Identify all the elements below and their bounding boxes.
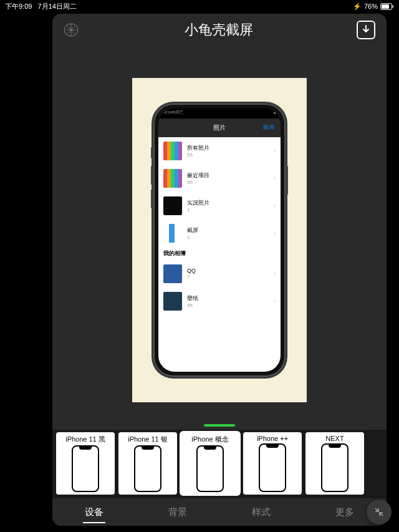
app-card: 小龟壳截屏 7时14分同三◼ 照片 取消	[52, 14, 387, 526]
battery-percent: 76%	[364, 2, 378, 10]
bottom-tabs: 设备 背景 样式 更多	[52, 498, 387, 526]
tab-background[interactable]: 背景	[136, 498, 219, 526]
style-item-next[interactable]: NEXT	[305, 432, 364, 495]
battery-icon	[380, 3, 394, 10]
status-date: 7月14日周二	[38, 2, 77, 10]
turtle-icon[interactable]	[61, 20, 81, 40]
album-section: 我的相簿	[158, 247, 281, 260]
preview-area: 7时14分同三◼ 照片 取消 所有照片55 ›	[52, 46, 387, 423]
style-picker[interactable]: iPhone 11 黑 iPhone 11 银 iPhone 概念 iPhone…	[52, 430, 387, 498]
album-row: 所有照片55 ›	[158, 137, 281, 165]
charging-icon: ⚡	[353, 2, 362, 11]
style-item-iphone11-black[interactable]: iPhone 11 黑	[56, 432, 115, 495]
progress-indicator	[52, 423, 387, 427]
tab-style[interactable]: 样式	[219, 498, 303, 526]
collapse-button[interactable]	[367, 500, 392, 525]
album-row: QQ7 ›	[158, 260, 281, 288]
phone-notch	[188, 109, 251, 118]
status-bar: 下午9:09 7月14日周二 ⚡ 76%	[0, 0, 399, 12]
style-item-iphone11-silver[interactable]: iPhone 11 银	[118, 432, 177, 495]
page-title: 小龟壳截屏	[185, 21, 253, 39]
style-item-iphone-concept[interactable]: iPhone 概念	[181, 432, 239, 495]
header: 小龟壳截屏	[52, 14, 387, 46]
album-row: 截屏1 ›	[158, 220, 281, 247]
status-time: 下午9:09	[5, 2, 32, 10]
preview-canvas[interactable]: 7时14分同三◼ 照片 取消 所有照片55 ›	[132, 78, 307, 402]
tab-device[interactable]: 设备	[52, 498, 136, 526]
album-list: 所有照片55 › 最近项目55 › 实况照片1 ›	[158, 137, 281, 372]
album-row: 最近项目55 ›	[158, 165, 281, 192]
album-row: 实况照片1 ›	[158, 192, 281, 220]
svg-rect-1	[382, 4, 389, 9]
album-row: 壁纸45 ›	[158, 288, 281, 315]
screen-nav-cancel: 取消	[263, 123, 274, 132]
phone-mockup: 7时14分同三◼ 照片 取消 所有照片55 ›	[153, 104, 286, 377]
svg-rect-2	[393, 5, 394, 7]
style-item-iphone-plus[interactable]: iPhone ++	[243, 432, 302, 495]
collapse-icon	[373, 506, 385, 518]
screen-nav: 照片 取消	[158, 118, 281, 137]
download-button[interactable]	[357, 21, 375, 39]
screen-nav-title: 照片	[213, 123, 226, 132]
